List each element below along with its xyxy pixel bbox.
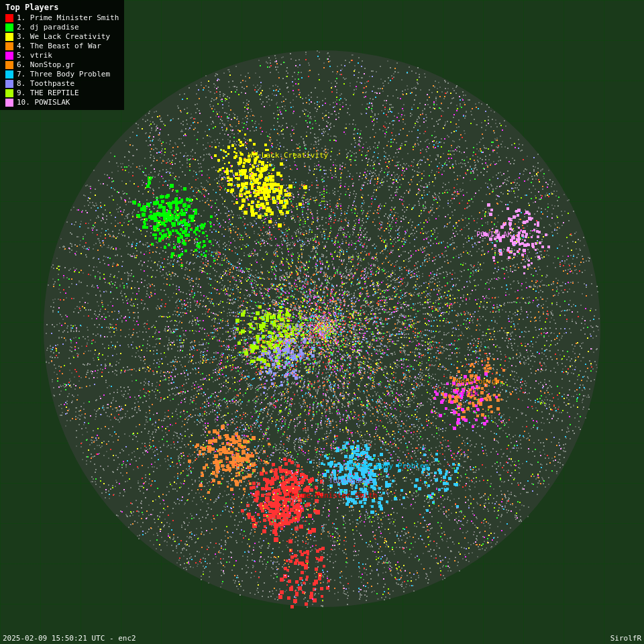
legend-item-label: 1. Prime Minister Smith bbox=[17, 13, 119, 22]
legend-item: 7. Three Body Problem bbox=[5, 70, 119, 78]
legend-item: 1. Prime Minister Smith bbox=[5, 13, 119, 22]
legend-color-swatch bbox=[5, 14, 13, 22]
legend-color-swatch bbox=[5, 99, 13, 107]
legend-color-swatch bbox=[5, 80, 13, 88]
legend-box: Top Players 1. Prime Minister Smith 2. d… bbox=[0, 0, 124, 110]
legend-item: 3. We Lack Creativity bbox=[5, 32, 119, 41]
legend-item-label: 7. Three Body Problem bbox=[17, 70, 110, 78]
legend-item-label: 8. Toothpaste bbox=[17, 79, 74, 88]
legend-item: 10. POWISLAK bbox=[5, 98, 119, 107]
legend-item: 6. NonStop.gr bbox=[5, 60, 119, 69]
legend-item: 9. THE REPTILE bbox=[5, 89, 119, 97]
legend-item-label: 5. vtrik bbox=[17, 51, 52, 60]
legend-item-label: 9. THE REPTILE bbox=[17, 89, 79, 97]
legend-item-label: 2. dj paradise bbox=[17, 23, 79, 32]
legend-title: Top Players bbox=[5, 3, 119, 12]
footer-right: SirolfR bbox=[610, 634, 641, 643]
legend-item-label: 6. NonStop.gr bbox=[17, 60, 74, 69]
legend-color-swatch bbox=[5, 89, 13, 97]
legend-color-swatch bbox=[5, 42, 13, 50]
legend-item-label: 4. The Beast of War bbox=[17, 42, 101, 50]
legend-color-swatch bbox=[5, 70, 13, 78]
legend-item: 8. Toothpaste bbox=[5, 79, 119, 88]
legend-item-label: 3. We Lack Creativity bbox=[17, 32, 110, 41]
footer-left: 2025-02-09 15:50:21 UTC - enc2 bbox=[3, 634, 136, 643]
legend-item: 5. vtrik bbox=[5, 51, 119, 60]
legend-color-swatch bbox=[5, 52, 13, 60]
legend-color-swatch bbox=[5, 33, 13, 41]
legend-item: 2. dj paradise bbox=[5, 23, 119, 32]
legend-item: 4. The Beast of War bbox=[5, 42, 119, 50]
legend-item-label: 10. POWISLAK bbox=[17, 98, 70, 107]
legend-color-swatch bbox=[5, 61, 13, 69]
legend-items: 1. Prime Minister Smith 2. dj paradise 3… bbox=[5, 13, 119, 107]
legend-color-swatch bbox=[5, 23, 13, 32]
